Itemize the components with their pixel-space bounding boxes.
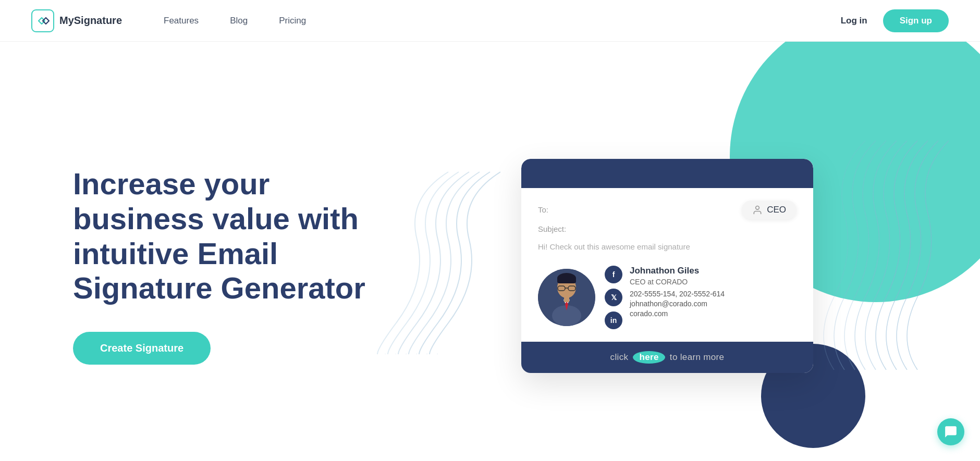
banner-after: to learn more [670,352,725,362]
facebook-icon[interactable]: f [605,266,622,283]
hero-section: Increase your business value with intuit… [0,42,980,458]
signup-button[interactable]: Sign up [883,9,949,32]
chat-bubble[interactable] [937,418,964,445]
banner-before: click [610,352,629,362]
email-signature: f 𝕏 in Johnathon Giles CEO at CORADO 202… [538,266,797,342]
create-signature-button[interactable]: Create Signature [73,332,211,365]
email-mockup-area: To: CEO Subject: Hi! Check out this awes… [386,159,949,373]
hero-left: Increase your business value with intuit… [73,167,375,365]
sig-email: johnathon@corado.com [630,300,725,308]
sig-avatar [538,269,595,326]
nav-links: Features Blog Pricing [164,16,841,26]
email-subject-label: Subject: [538,225,566,233]
email-subject-row: Subject: [538,225,797,234]
sig-info: f 𝕏 in Johnathon Giles CEO at CORADO 202… [605,266,725,329]
nav-features[interactable]: Features [164,16,199,26]
navbar: MySignature Features Blog Pricing Log in… [0,0,980,42]
sig-text: Johnathon Giles CEO at CORADO 202-5555-1… [630,266,725,318]
sig-job-title: CEO at CORADO [630,278,725,286]
nav-blog[interactable]: Blog [230,16,248,26]
email-to-label: To: [538,205,548,214]
twitter-icon[interactable]: 𝕏 [605,289,622,306]
email-preview-text: Hi! Check out this awesome email signatu… [538,242,797,251]
person-icon [752,205,763,215]
svg-rect-9 [564,297,569,302]
nav-right: Log in Sign up [841,9,949,32]
sig-phone: 202-5555-154, 202-5552-614 [630,290,725,298]
hero-title: Increase your business value with intuit… [73,167,375,306]
svg-rect-11 [557,277,576,283]
ceo-label: CEO [767,205,786,215]
nav-pricing[interactable]: Pricing [279,16,306,26]
sig-website: corado.com [630,309,725,318]
avatar-illustration [538,269,595,326]
login-button[interactable]: Log in [841,16,867,26]
banner-here[interactable]: here [633,351,665,364]
brand-name: MySignature [59,15,122,27]
chat-icon [944,425,958,439]
email-card-header [521,159,813,188]
logo-icon [31,9,54,32]
logo-area[interactable]: MySignature [31,9,122,32]
email-card: To: CEO Subject: Hi! Check out this awes… [521,159,813,373]
email-card-body: To: CEO Subject: Hi! Check out this awes… [521,188,813,342]
email-banner[interactable]: click here to learn more [521,342,813,373]
svg-point-1 [756,206,760,209]
email-to-row: To: CEO [538,201,797,219]
email-ceo-pill: CEO [742,201,797,219]
sig-name: Johnathon Giles [630,266,725,276]
linkedin-icon[interactable]: in [605,312,622,329]
sig-social-icons: f 𝕏 in [605,266,622,329]
